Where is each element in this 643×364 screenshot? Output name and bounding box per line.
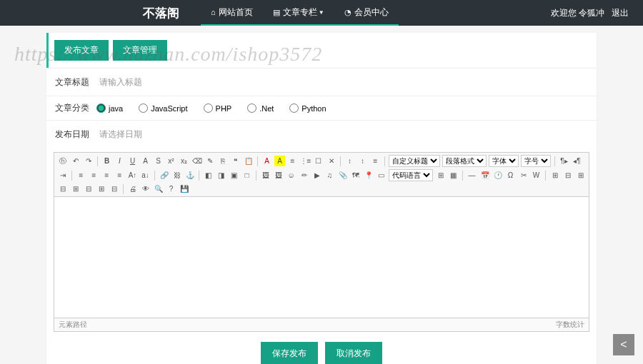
table-icon[interactable]: ⊞ [549, 170, 560, 181]
category-option-java[interactable]: java [96, 103, 123, 113]
fontsize-select[interactable]: 字号 [521, 155, 551, 167]
unlink-icon[interactable]: ⛓ [171, 170, 182, 181]
cancel-button[interactable]: 取消发布 [325, 342, 382, 364]
category-option-javascript[interactable]: JavaScript [139, 103, 187, 113]
pasteplain-icon[interactable]: 📋 [243, 156, 254, 166]
removeformat-icon[interactable]: ⌫ [191, 156, 202, 166]
touppercase-icon[interactable]: A↑ [127, 170, 138, 181]
image-center-icon[interactable]: ▣ [229, 170, 239, 181]
snapscreen-icon[interactable]: ✂ [518, 170, 529, 181]
align-right-icon[interactable]: ≡ [101, 170, 112, 181]
video-icon[interactable]: ▶ [311, 170, 322, 181]
bold-icon[interactable]: B [101, 156, 112, 166]
background-icon[interactable]: ▦ [448, 170, 459, 181]
brand-logo: 不落阁 [143, 5, 179, 21]
template-icon[interactable]: ⊞ [435, 170, 446, 181]
nav-items: ⌂网站首页 ▤文章专栏▼ ◔会员中心 [201, 0, 399, 26]
cleardoc-icon[interactable]: ✕ [326, 156, 337, 166]
autotype-icon[interactable]: ⎘ [217, 156, 228, 166]
help-icon[interactable]: ? [166, 183, 176, 194]
codelang-select[interactable]: 代码语言 [389, 169, 433, 181]
selectall-icon[interactable]: ☐ [313, 156, 324, 166]
rowspacingbottom-icon[interactable]: ↕ [357, 156, 368, 166]
lineheight-icon[interactable]: ≡ [370, 156, 381, 166]
blockquote-icon[interactable]: ❝ [230, 156, 241, 166]
editor-toolbar: ⓗ ↶ ↷ B I U A S x² x₂ ⌫ ✎ ⎘ ❝ 📋 A A ≡ [54, 152, 589, 197]
share-button[interactable]: < [613, 334, 634, 355]
ol-icon[interactable]: ≡ [287, 156, 298, 166]
logout-link[interactable]: 退出 [612, 7, 629, 19]
search-icon[interactable]: 🔍 [153, 183, 164, 194]
gmap-icon[interactable]: 📍 [363, 170, 374, 181]
tab-publish[interactable]: 发布文章 [54, 40, 109, 61]
align-left-icon[interactable]: ≡ [76, 170, 86, 181]
insertcol-icon[interactable]: ⊞ [70, 183, 81, 194]
category-label: 文章分类 [55, 102, 96, 114]
attachment-icon[interactable]: 📎 [337, 170, 348, 181]
hr-icon[interactable]: — [467, 170, 477, 181]
insertrow-icon[interactable]: ⊞ [575, 170, 586, 181]
category-option-python[interactable]: Python [289, 103, 326, 113]
ltr-icon[interactable]: ¶▸ [559, 156, 569, 166]
music-icon[interactable]: ♫ [324, 170, 335, 181]
backcolor-icon[interactable]: A [274, 156, 285, 166]
paragraph-select[interactable]: 段落格式 [442, 155, 487, 167]
deleterow-icon[interactable]: ⊟ [57, 183, 68, 194]
wordimage-icon[interactable]: W [531, 170, 542, 181]
preview-icon[interactable]: 👁 [140, 183, 151, 194]
drafts-icon[interactable]: 💾 [179, 183, 189, 194]
link-icon[interactable]: 🔗 [159, 170, 169, 181]
indent-icon[interactable]: ⇥ [57, 170, 68, 181]
fontfamily-select[interactable]: 字体 [489, 155, 519, 167]
strike-icon[interactable]: S [153, 156, 164, 166]
image-icon[interactable]: 🖼 [260, 170, 271, 181]
align-justify-icon[interactable]: ≡ [114, 170, 125, 181]
align-center-icon[interactable]: ≡ [89, 170, 99, 181]
category-option-php[interactable]: PHP [204, 103, 232, 113]
print-icon[interactable]: 🖨 [127, 183, 138, 194]
nav-member[interactable]: ◔会员中心 [334, 0, 399, 26]
tab-manage[interactable]: 文章管理 [113, 40, 167, 61]
splitcells-icon[interactable]: ⊟ [109, 183, 119, 194]
tolowercase-icon[interactable]: a↓ [140, 170, 151, 181]
row-date: 发布日期 [46, 120, 597, 148]
save-button[interactable]: 保存发布 [261, 342, 318, 364]
forecolor-icon[interactable]: A [261, 156, 272, 166]
deletecol-icon[interactable]: ⊟ [83, 183, 94, 194]
image-none-icon[interactable]: □ [241, 170, 252, 181]
customstyle-select[interactable]: 自定义标题 [389, 155, 440, 167]
scrawl-icon[interactable]: ✏ [299, 170, 309, 181]
deletetable-icon[interactable]: ⊟ [562, 170, 573, 181]
redo-icon[interactable]: ↷ [83, 156, 94, 166]
subscript-icon[interactable]: x₂ [179, 156, 189, 166]
fontborder-icon[interactable]: A [140, 156, 151, 166]
insertframe-icon[interactable]: ▭ [376, 170, 387, 181]
editor-textarea[interactable] [54, 197, 589, 318]
category-option-.net[interactable]: .Net [247, 103, 274, 113]
italic-icon[interactable]: I [114, 156, 125, 166]
rowspacingtop-icon[interactable]: ↕ [344, 156, 355, 166]
ul-icon[interactable]: ⋮≡ [300, 156, 311, 166]
image-right-icon[interactable]: ◨ [216, 170, 226, 181]
superscript-icon[interactable]: x² [166, 156, 176, 166]
formatmatch-icon[interactable]: ✎ [204, 156, 215, 166]
date-input[interactable] [96, 126, 588, 142]
word-count[interactable]: 字数统计 [556, 320, 584, 330]
title-input[interactable] [96, 74, 588, 90]
map-icon[interactable]: 🗺 [350, 170, 361, 181]
multiimage-icon[interactable]: 🖼 [273, 170, 284, 181]
spechars-icon[interactable]: Ω [505, 170, 516, 181]
time-icon[interactable]: 🕐 [492, 170, 503, 181]
html-icon[interactable]: ⓗ [57, 156, 68, 166]
title-label: 文章标题 [55, 76, 96, 89]
undo-icon[interactable]: ↶ [70, 156, 81, 166]
mergecells-icon[interactable]: ⊞ [96, 183, 106, 194]
emotion-icon[interactable]: ☺ [286, 170, 296, 181]
nav-home[interactable]: ⌂网站首页 [201, 0, 263, 26]
underline-icon[interactable]: U [127, 156, 138, 166]
rtl-icon[interactable]: ◂¶ [572, 156, 582, 166]
image-left-icon[interactable]: ◧ [203, 170, 214, 181]
date-icon[interactable]: 📅 [479, 170, 490, 181]
nav-column[interactable]: ▤文章专栏▼ [263, 0, 334, 26]
anchor-icon[interactable]: ⚓ [184, 170, 195, 181]
